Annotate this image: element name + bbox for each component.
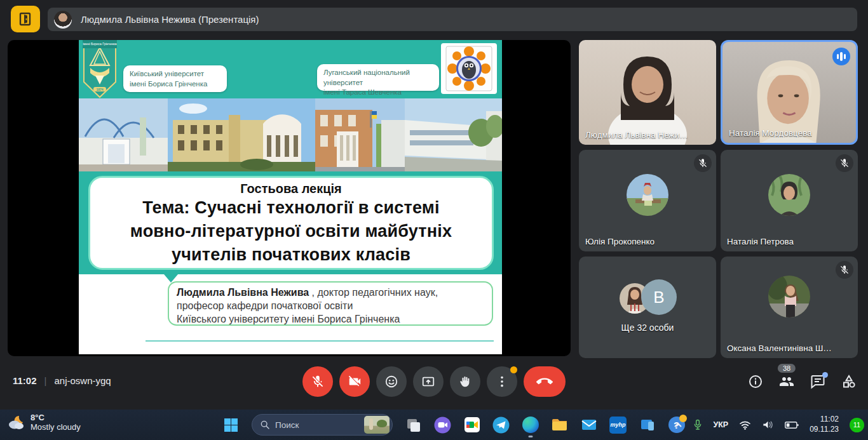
down-arrow-shape: [160, 270, 182, 283]
people-button[interactable]: 38: [779, 374, 794, 389]
info-icon: [748, 374, 763, 389]
grinchenko-university-logo: 1874: [83, 40, 117, 98]
phone-link-button[interactable]: [639, 417, 656, 434]
notification-dot: [510, 366, 517, 373]
presenter-line2: професор кафедри початкової освіти: [177, 300, 484, 313]
notification-count-badge[interactable]: 11: [850, 418, 864, 432]
slide-header-band: Київський університет імені Бориса Грінч…: [79, 40, 502, 98]
end-call-icon: [536, 373, 553, 390]
tray-clock[interactable]: 11:02 09.11.23: [810, 415, 839, 434]
bing-daily-image: [364, 416, 390, 434]
presenter-label: Людмила Львівна Нежива (Презентація): [81, 14, 259, 25]
tray-time: 11:02: [810, 415, 839, 425]
meet-control-bar: 11:02 | anj-oswn-ygq: [0, 359, 868, 410]
edge-icon: [522, 417, 539, 433]
task-view-button[interactable]: [405, 417, 422, 434]
tray-date: 09.11.23: [810, 425, 839, 435]
weather-widget[interactable]: 8°C Mostly cloudy: [6, 413, 81, 432]
meet-app-button[interactable]: [463, 417, 480, 434]
slide-title-band: Гостьова лекція Тема: Сучасні технології…: [79, 171, 502, 274]
svg-text:1874: 1874: [96, 88, 103, 91]
screenshare-region[interactable]: Київський університет імені Бориса Грінч…: [8, 40, 571, 356]
raise-hand-button[interactable]: [450, 366, 480, 397]
active-presenter-pill[interactable]: Людмила Львівна Нежива (Презентація): [48, 8, 857, 31]
end-call-button[interactable]: [524, 366, 566, 397]
tray-chevron-icon[interactable]: [674, 422, 682, 428]
avatar: [627, 174, 668, 216]
campus-photo-3: [315, 98, 405, 171]
meeting-info: 11:02 | anj-oswn-ygq: [13, 375, 111, 386]
participant-tile[interactable]: Людмила Львівна Нежи…: [579, 40, 716, 145]
meeting-code: anj-oswn-ygq: [54, 375, 111, 386]
more-options-icon: [495, 375, 509, 389]
telegram-app-button[interactable]: [492, 417, 510, 434]
mail-app-button[interactable]: [580, 417, 597, 434]
participant-name: Юлія Прокопенко: [585, 237, 654, 246]
lecture-title-box: Гостьова лекція Тема: Сучасні технології…: [88, 176, 494, 270]
speaking-indicator-icon: [832, 48, 850, 65]
people-icon: [779, 374, 794, 389]
mic-off-button[interactable]: [302, 366, 333, 397]
participant-video: [579, 40, 716, 145]
duo-app-button[interactable]: [434, 417, 451, 434]
more-options-button[interactable]: [487, 366, 517, 397]
windows-icon: [224, 418, 238, 432]
participant-tile[interactable]: Юлія Прокопенко: [579, 150, 716, 251]
logo-ribbon-text: імені Бориса Грінченка: [83, 40, 117, 48]
avatar: [768, 276, 810, 317]
present-button[interactable]: [413, 366, 444, 397]
myhp-app-button[interactable]: myhp: [609, 417, 627, 434]
overflow-count-label: Ще 32 особи: [579, 323, 716, 333]
emoji-icon: [384, 375, 398, 389]
overflow-participants-tile[interactable]: B Ще 32 особи: [579, 257, 716, 358]
lecture-title-line3: учителів початкових класів: [90, 243, 492, 267]
presentation-slide: Київський університет імені Бориса Грінч…: [79, 40, 502, 354]
language-indicator[interactable]: УКР: [713, 420, 728, 429]
mic-off-icon: [311, 375, 325, 389]
mail-icon: [581, 417, 597, 433]
presenter-name: Людмила Львівна Нежива: [177, 287, 309, 298]
search-placeholder: Поиск: [275, 420, 299, 430]
presenter-role: , доктор педагогічних наук,: [309, 287, 438, 298]
tray-mic-icon[interactable]: [693, 419, 702, 430]
lecture-title-line2: мовно-літературної освіти майбутніх: [90, 220, 492, 243]
explorer-icon: [551, 417, 568, 434]
participant-tile-speaking[interactable]: Наталія Мордовцева: [721, 40, 858, 145]
participant-name: Оксана Валентинівна Ш…: [727, 343, 832, 353]
telegram-icon: [492, 417, 510, 434]
activities-button[interactable]: [841, 374, 857, 389]
weather-temp: 8°C: [31, 413, 81, 422]
battery-icon[interactable]: [785, 421, 799, 429]
weather-condition: Mostly cloudy: [31, 422, 81, 432]
task-view-icon: [405, 417, 421, 433]
participant-name: Наталія Мордовцева: [729, 128, 812, 138]
chat-button[interactable]: [810, 374, 825, 389]
campus-photo-1: [79, 98, 168, 171]
university-right-label: Луганський національний університет імен…: [317, 64, 439, 91]
present-icon: [421, 375, 435, 389]
app-button[interactable]: [11, 6, 40, 32]
participant-tile[interactable]: Оксана Валентинівна Ш…: [721, 257, 858, 358]
taskbar-search[interactable]: Поиск: [252, 414, 393, 436]
speaker-icon[interactable]: [762, 420, 774, 430]
overflow-avatar-letter: B: [641, 279, 677, 315]
file-explorer-button[interactable]: [551, 417, 568, 434]
participant-tile[interactable]: Наталія Петрова: [721, 150, 858, 251]
mic-off-icon: [836, 154, 853, 172]
camera-off-button[interactable]: [339, 366, 370, 397]
participant-name: Людмила Львівна Нежи…: [585, 130, 688, 140]
activities-icon: [841, 374, 857, 389]
duo-icon: [434, 417, 451, 434]
luhansk-university-logo: [441, 43, 497, 94]
wifi-icon[interactable]: [739, 420, 751, 430]
info-button[interactable]: [748, 374, 763, 389]
myhp-icon: myhp: [610, 422, 625, 428]
door-icon: [18, 11, 33, 27]
meet-window: Людмила Львівна Нежива (Презентація) Киї…: [0, 0, 868, 440]
divider: |: [44, 375, 47, 386]
meet-icon: [464, 417, 480, 433]
edge-browser-button[interactable]: [522, 417, 539, 434]
start-button[interactable]: [222, 417, 240, 434]
emoji-button[interactable]: [376, 366, 407, 397]
campus-photos-strip: [79, 98, 502, 171]
